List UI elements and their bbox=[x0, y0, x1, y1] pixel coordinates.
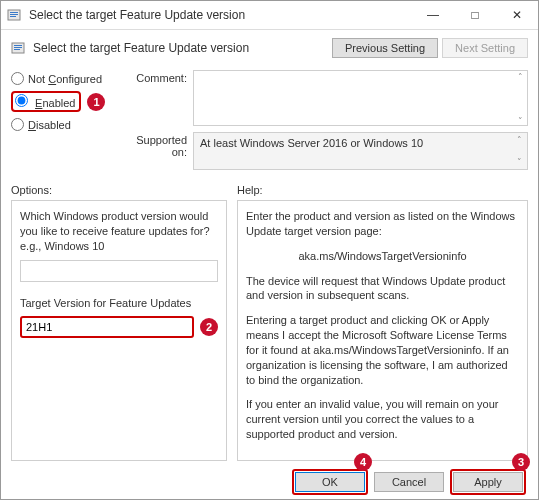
supported-row: Supported on: At least Windows Server 20… bbox=[121, 132, 528, 170]
ok-button[interactable]: OK bbox=[295, 472, 365, 492]
option-product-input[interactable] bbox=[20, 260, 218, 282]
svg-rect-1 bbox=[10, 12, 18, 13]
apply-wrap: 3 Apply bbox=[450, 469, 526, 495]
chevron-down-icon[interactable]: ˅ bbox=[514, 116, 526, 126]
comment-row: Comment: ˄ ˅ bbox=[121, 70, 528, 128]
option-target-input[interactable] bbox=[20, 316, 194, 338]
comment-label: Comment: bbox=[121, 70, 193, 128]
footer: 4 OK Cancel 3 Apply bbox=[1, 461, 538, 500]
help-p3: The device will request that Windows Upd… bbox=[246, 274, 519, 304]
close-button[interactable]: ✕ bbox=[496, 1, 538, 29]
section-labels: Options: Help: bbox=[1, 184, 538, 200]
header-row: Select the target Feature Update version… bbox=[1, 30, 538, 66]
policy-icon bbox=[7, 7, 23, 23]
svg-rect-5 bbox=[14, 45, 22, 46]
callout-4: 4 bbox=[354, 453, 372, 471]
radio-not-configured[interactable]: Not Configured bbox=[11, 72, 121, 85]
panes: Which Windows product version would you … bbox=[1, 200, 538, 461]
radio-disabled-label: Disabled bbox=[28, 119, 71, 131]
help-p5: If you enter an invalid value, you will … bbox=[246, 397, 519, 442]
svg-rect-7 bbox=[14, 49, 20, 50]
chevron-up-icon[interactable]: ˄ bbox=[513, 135, 525, 145]
radio-enabled-label: Enabled bbox=[35, 97, 75, 109]
svg-rect-6 bbox=[14, 47, 22, 48]
help-pane: Enter the product and version as listed … bbox=[237, 200, 528, 461]
config-area: Not Configured Enabled 1 Disabled Commen… bbox=[1, 66, 538, 184]
dialog-window: Select the target Feature Update version… bbox=[0, 0, 539, 500]
titlebar: Select the target Feature Update version… bbox=[1, 1, 538, 30]
options-label: Options: bbox=[11, 184, 237, 196]
supported-text: At least Windows Server 2016 or Windows … bbox=[193, 132, 528, 170]
chevron-up-icon[interactable]: ˄ bbox=[514, 72, 526, 82]
window-controls: — □ ✕ bbox=[412, 1, 538, 29]
next-setting-button: Next Setting bbox=[442, 38, 528, 58]
policy-icon bbox=[11, 40, 27, 56]
option-target-row: 2 bbox=[20, 316, 218, 338]
fields: Comment: ˄ ˅ Supported on: At least Wind… bbox=[121, 70, 528, 174]
radio-disabled-input[interactable] bbox=[11, 118, 24, 131]
apply-button[interactable]: Apply bbox=[453, 472, 523, 492]
previous-setting-button[interactable]: Previous Setting bbox=[332, 38, 438, 58]
option-product-label: Which Windows product version would you … bbox=[20, 209, 218, 254]
radio-not-configured-input[interactable] bbox=[11, 72, 24, 85]
callout-1: 1 bbox=[87, 93, 105, 111]
option-target-label: Target Version for Feature Updates bbox=[20, 296, 218, 311]
radio-enabled-row: Enabled 1 bbox=[11, 91, 121, 112]
supported-value: At least Windows Server 2016 or Windows … bbox=[200, 137, 423, 149]
chevron-down-icon[interactable]: ˅ bbox=[513, 157, 525, 167]
callout-2: 2 bbox=[200, 318, 218, 336]
nav-buttons: Previous Setting Next Setting bbox=[332, 38, 528, 58]
setting-title: Select the target Feature Update version bbox=[33, 41, 332, 55]
radio-not-configured-label: Not Configured bbox=[28, 73, 102, 85]
radio-disabled[interactable]: Disabled bbox=[11, 118, 121, 131]
minimize-button[interactable]: — bbox=[412, 1, 454, 29]
cancel-button[interactable]: Cancel bbox=[374, 472, 444, 492]
supported-label: Supported on: bbox=[121, 132, 193, 170]
svg-rect-2 bbox=[10, 14, 18, 15]
state-radios: Not Configured Enabled 1 Disabled bbox=[11, 70, 121, 174]
radio-enabled[interactable]: Enabled bbox=[11, 91, 81, 112]
help-p2: aka.ms/WindowsTargetVersioninfo bbox=[246, 249, 519, 264]
ok-wrap: 4 OK bbox=[292, 469, 368, 495]
options-pane: Which Windows product version would you … bbox=[11, 200, 227, 461]
svg-rect-3 bbox=[10, 16, 16, 17]
help-body: Enter the product and version as listed … bbox=[246, 209, 519, 442]
callout-3: 3 bbox=[512, 453, 530, 471]
help-p4: Entering a target product and clicking O… bbox=[246, 313, 519, 387]
window-title: Select the target Feature Update version bbox=[29, 8, 412, 22]
help-label: Help: bbox=[237, 184, 263, 196]
help-p1: Enter the product and version as listed … bbox=[246, 209, 519, 239]
maximize-button[interactable]: □ bbox=[454, 1, 496, 29]
comment-input[interactable] bbox=[193, 70, 528, 126]
radio-enabled-input[interactable] bbox=[15, 94, 28, 107]
